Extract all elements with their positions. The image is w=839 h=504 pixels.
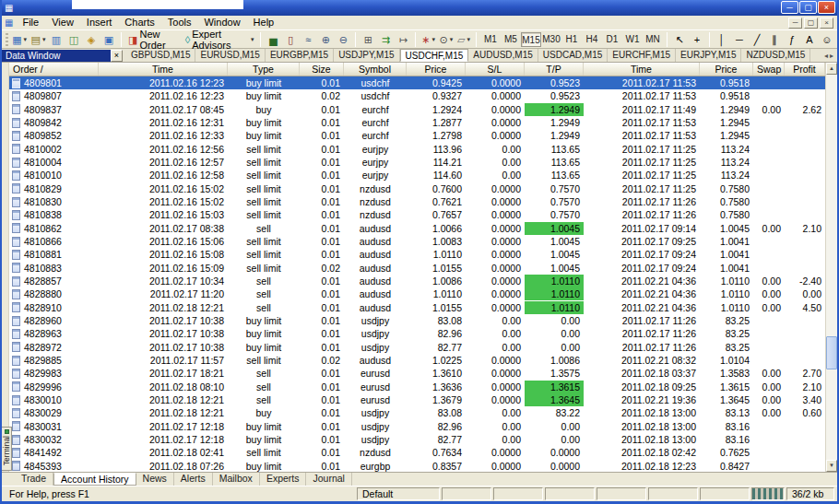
bottom-tab-alerts[interactable]: Alerts xyxy=(174,473,213,486)
horizontal-line-button[interactable]: ─ xyxy=(731,31,748,48)
history-row[interactable]: 48300322011.02.17 12:18buy limit0.01usdj… xyxy=(9,433,825,446)
tile-windows-button[interactable]: ⊞ xyxy=(360,31,376,48)
history-row[interactable]: 48100022011.02.16 12:56sell limit0.01eur… xyxy=(9,143,825,156)
bottom-tab-experts[interactable]: Experts xyxy=(260,473,307,486)
column-header-profit[interactable]: Profit xyxy=(785,63,825,76)
chart-tab-usdjpy[interactable]: USDJPY,M15 xyxy=(334,49,399,62)
status-profile[interactable]: Default xyxy=(357,487,440,500)
menu-insert[interactable]: Insert xyxy=(80,16,119,29)
toolbar-grip[interactable] xyxy=(6,33,8,46)
chart-tab-usdcad[interactable]: USDCAD,M15 xyxy=(538,49,608,62)
history-row[interactable]: 48108292011.02.16 15:02sell limit0.01nzd… xyxy=(9,182,825,195)
history-row[interactable]: 48098372011.02.17 08:45buy0.01eurchf1.29… xyxy=(9,103,825,116)
history-row[interactable]: 48288572011.02.17 10:34sell0.01audusd1.0… xyxy=(9,275,825,287)
minimize-button[interactable]: ─ xyxy=(781,1,798,14)
new-chart-button[interactable]: ▦▾ xyxy=(11,31,29,48)
menu-help[interactable]: Help xyxy=(247,16,281,29)
maximize-button[interactable]: ▢ xyxy=(799,1,817,14)
timeframe-m15-button[interactable]: M15 xyxy=(521,32,541,47)
history-row[interactable]: 48098522011.02.16 12:33buy limit0.01eurc… xyxy=(9,129,825,142)
mdi-restore-button[interactable]: ▢ xyxy=(804,18,818,29)
mdi-close-button[interactable]: × xyxy=(820,18,833,29)
history-row[interactable]: 48300102011.02.18 12:21sell0.01eurusd1.3… xyxy=(9,393,825,406)
timeframe-m5-button[interactable]: M5 xyxy=(501,32,521,47)
history-row[interactable]: 48300292011.02.18 12:21buy0.01usdjpy83.0… xyxy=(9,406,825,419)
arrows-tool-button[interactable]: ☺ xyxy=(819,31,835,48)
column-header-size[interactable]: Size xyxy=(300,63,344,76)
history-row[interactable]: 48098072011.02.16 12:23buy limit0.02usdc… xyxy=(9,89,825,102)
timeframe-w1-button[interactable]: W1 xyxy=(622,32,643,47)
chart-tab-eurusd[interactable]: EURUSD,M15 xyxy=(195,49,265,62)
channel-button[interactable]: ∥ xyxy=(766,31,783,48)
menu-view[interactable]: View xyxy=(45,16,80,29)
column-header-symbol[interactable]: Symbol xyxy=(344,63,407,76)
history-row[interactable]: 48298852011.02.17 11:57sell limit0.02aud… xyxy=(9,354,825,367)
terminal-panel-tab[interactable]: Terminal xyxy=(2,427,12,471)
chart-tab-usdchf[interactable]: USDCHF,M15 xyxy=(400,49,469,62)
line-chart-button[interactable]: ≈ xyxy=(300,31,316,48)
expert-advisors-button[interactable]: ◊Expert Advisors▾ xyxy=(183,31,257,48)
scroll-down-button[interactable]: ▼ xyxy=(826,460,837,472)
timeframe-m30-button[interactable]: M30 xyxy=(541,32,561,47)
history-row[interactable]: 48108662011.02.16 15:06sell limit0.01aud… xyxy=(9,235,825,248)
chart-shift-button[interactable]: ↦ xyxy=(395,31,411,48)
bar-chart-button[interactable]: ▅ xyxy=(265,31,281,48)
history-row[interactable]: 48289632011.02.17 10:38buy limit0.01usdj… xyxy=(9,327,825,340)
history-row[interactable]: 48108302011.02.16 15:02sell limit0.01nzd… xyxy=(9,195,825,208)
history-row[interactable]: 48108622011.02.17 08:38sell0.01audusd1.0… xyxy=(9,222,825,235)
market-watch-button[interactable]: ▥ xyxy=(48,31,65,48)
indicators-button[interactable]: ∗▾ xyxy=(420,31,436,48)
bottom-tab-news[interactable]: News xyxy=(136,473,174,486)
periods-button[interactable]: ⊙▾ xyxy=(438,31,455,48)
column-header-time[interactable]: Time xyxy=(99,63,228,76)
zoom-in-button[interactable]: ⊕ xyxy=(317,31,334,48)
history-row[interactable]: 48453932011.02.18 07:26buy limit0.01eurg… xyxy=(9,460,825,472)
history-row[interactable]: 48288802011.02.17 11:20sell0.01audusd1.0… xyxy=(9,287,825,300)
history-row[interactable]: 48289602011.02.17 10:38buy limit0.01usdj… xyxy=(9,314,825,327)
scrollbar-track[interactable] xyxy=(826,75,837,460)
auto-scroll-button[interactable]: ⇉ xyxy=(377,31,394,48)
new-order-button[interactable]: ◨New Order xyxy=(125,31,182,48)
tab-scroll-left-button[interactable]: ◂ xyxy=(824,52,828,60)
history-row[interactable]: 48299832011.02.17 18:21sell0.01eurusd1.3… xyxy=(9,367,825,380)
trendline-button[interactable]: ╱ xyxy=(749,31,765,48)
navigator-button[interactable]: ◈ xyxy=(83,31,100,48)
close-button[interactable]: × xyxy=(818,1,835,14)
candlestick-chart-button[interactable]: ▯ xyxy=(282,31,299,48)
history-row[interactable]: 48100102011.02.16 12:58sell limit0.01eur… xyxy=(9,169,825,182)
chart-tab-eurgbp[interactable]: EURGBP,M15 xyxy=(266,49,334,62)
history-row[interactable]: 48100042011.02.16 12:57sell limit0.01eur… xyxy=(9,156,825,169)
bottom-tab-trade[interactable]: Trade xyxy=(15,473,53,486)
cursor-button[interactable]: ↖ xyxy=(671,31,688,48)
history-row[interactable]: 48108382011.02.16 15:03sell limit0.01nzd… xyxy=(9,208,825,221)
history-row[interactable]: 48098422011.02.16 12:31buy limit0.01eurc… xyxy=(9,116,825,129)
chart-tab-gbpusd[interactable]: GBPUSD,M15 xyxy=(126,49,195,62)
history-row[interactable]: 48108832011.02.16 15:09sell limit0.02aud… xyxy=(9,262,825,275)
mdi-minimize-button[interactable]: ─ xyxy=(788,18,802,29)
data-window-panel-label[interactable]: Data Window xyxy=(2,50,111,62)
history-row[interactable]: 48108812011.02.16 15:08sell limit0.01aud… xyxy=(9,248,825,261)
history-row[interactable]: 48299962011.02.18 08:10sell0.01eurusd1.3… xyxy=(9,381,825,393)
crosshair-button[interactable]: + xyxy=(689,31,705,48)
zoom-out-button[interactable]: ⊖ xyxy=(335,31,351,48)
timeframe-m1-button[interactable]: M1 xyxy=(480,32,501,47)
column-header-t-p[interactable]: T/P xyxy=(525,63,584,76)
column-header-swap[interactable]: Swap xyxy=(753,63,785,76)
history-row[interactable]: 48300312011.02.17 12:18buy limit0.01usdj… xyxy=(9,420,825,433)
profiles-button[interactable]: ▤▾ xyxy=(30,31,47,48)
history-row[interactable]: 48414922011.02.18 02:41sell limit0.01nzd… xyxy=(9,446,825,459)
vertical-scrollbar[interactable]: ▲ ▼ xyxy=(825,63,837,472)
timeframe-mn-button[interactable]: MN xyxy=(643,32,663,47)
timeframe-h4-button[interactable]: H4 xyxy=(582,32,602,47)
data-window-close-button[interactable]: × xyxy=(111,50,123,62)
column-header-price[interactable]: Price xyxy=(700,63,753,76)
column-header-time[interactable]: Time xyxy=(584,63,700,76)
column-header-s-l[interactable]: S/L xyxy=(466,63,525,76)
fibonacci-button[interactable]: ƒ xyxy=(784,31,800,48)
column-header-type[interactable]: Type xyxy=(228,63,300,76)
history-row[interactable]: 48289722011.02.17 10:38buy limit0.01usdj… xyxy=(9,341,825,354)
column-header-price[interactable]: Price xyxy=(407,63,466,76)
tab-scroll-right-button[interactable]: ▸ xyxy=(830,52,833,60)
bottom-tab-account-history[interactable]: Account History xyxy=(53,473,136,486)
column-header-order[interactable]: Order / xyxy=(9,63,99,76)
